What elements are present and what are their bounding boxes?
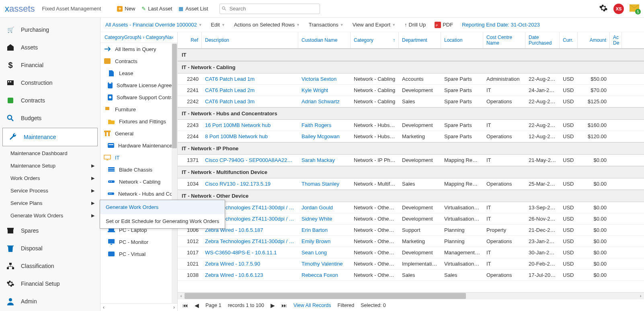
tree-item[interactable]: PC - Virtual [100,248,177,260]
scroll-left-icon[interactable]: ‹ [178,293,185,299]
sub-generate-work-orders[interactable]: Generate Work Orders▶ [0,209,100,222]
transactions-dropdown[interactable]: Transactions▼ [309,22,344,28]
col-custodian[interactable]: Custodian Name [298,32,351,48]
cell-custodian[interactable]: Emily Brown [298,236,351,246]
sidebar-item-maintenance[interactable]: Maintenance [2,128,98,146]
table-row[interactable]: 224316 Port 100MB Network hubFaith Roger… [178,120,644,131]
group-row[interactable]: IT - Network - Cabling [178,61,644,74]
cell-desc[interactable]: CAT6 Patch Lead 3m [202,96,298,106]
group-row[interactable]: IT - Network - Hubs and Concentrators [178,107,644,120]
reporting-date-button[interactable]: Reporting End Date: 31-Oct-2023 [462,22,540,28]
col-currency[interactable]: Curr. [560,32,578,48]
cell-desc[interactable]: CAT6 Patch Lead 1m [202,74,298,84]
col-amount[interactable]: Amount [578,32,610,48]
cell-custodian[interactable]: Rebecca Foxon [298,270,351,280]
cell-desc[interactable]: Zebra Technologies ZT411-300dpi / intern… [202,236,298,246]
pager-next[interactable]: ▶ [271,302,275,309]
tree-item[interactable]: PC - Monitor [100,236,177,248]
tree-scroll-left[interactable]: ‹ [103,305,105,310]
sidebar-item-assets[interactable]: Assets [0,39,100,56]
view-all-records[interactable]: View All Records [293,303,331,308]
cell-desc[interactable]: 8 Port 100MB Network hub [202,131,298,141]
new-button[interactable]: +New [117,6,135,12]
tree-item[interactable]: IT [100,151,177,164]
cell-desc[interactable]: Cisco RV130 - 192.173.5.19 [202,179,298,189]
table-row[interactable]: 1012Zebra Technologies ZT411-300dpi / in… [178,236,644,247]
tree-item[interactable]: Network - Hubs and Concentrators [100,188,177,200]
drill-up-button[interactable]: ↑Drill Up [404,22,426,28]
sidebar-item-financial[interactable]: $Financial [0,56,100,74]
col-ref[interactable]: Ref [178,32,202,48]
view-export-dropdown[interactable]: View and Export▼ [353,22,396,28]
sidebar-item-spares[interactable]: Spares [0,222,100,239]
sub-service-process[interactable]: Service Process▶ [0,184,100,197]
cell-desc[interactable]: Zebra Wired - 10.6.6.123 [202,270,298,280]
logo[interactable]: xassets [5,4,35,14]
sub-maintenance-dashboard[interactable]: Maintenance Dashboard [0,147,100,160]
tree-item[interactable]: Blade Chassis [100,164,177,176]
tree-item[interactable]: All Items in Query [100,43,177,55]
asset-list-button[interactable]: ▦Asset List [178,6,208,12]
cell-custodian[interactable]: Sidney White [298,214,351,224]
table-row[interactable]: 1021Zebra Wired - 10.7.5.90Timothy Valen… [178,258,644,270]
table-row[interactable]: 1017WS-C3650-48PS-E - 10.6.11.1Sean Long… [178,247,644,258]
tree-item[interactable]: Furniture [100,103,177,115]
sidebar-item-construction[interactable]: Construction [0,74,100,92]
table-row[interactable]: 1034Cisco RV130 - 192.173.5.19Thomas Sta… [178,178,644,190]
sidebar-item-disposal[interactable]: Disposal [0,239,100,257]
tree-scroll-right[interactable]: › [173,305,175,310]
actions-dropdown[interactable]: Actions on Selected Rows▼ [234,22,300,28]
scrollbar-thumb[interactable] [185,293,466,299]
tree-item[interactable]: Lease [100,67,177,79]
cell-desc[interactable]: CAT6 Patch Lead 2m [202,85,298,95]
group-row[interactable]: IT - Network - IP Phone [178,142,644,155]
col-date-purchased[interactable]: Date Purchased [525,32,560,48]
col-department[interactable]: Department [399,32,441,48]
table-row[interactable]: Zebra Technologies ZT411-300dpi / intern… [178,213,644,225]
table-row[interactable]: 1006Zebra Wired - 10.6.5.187Erin BartonN… [178,225,644,236]
scroll-right-icon[interactable]: › [637,293,644,299]
col-ac[interactable]: Ac De [610,32,622,48]
table-row[interactable]: 1038Zebra Wired - 10.6.6.123Rebecca Foxo… [178,270,644,281]
table-row[interactable]: Zebra Technologies ZT411-300dpi / intern… [178,202,644,213]
sidebar-item-classification[interactable]: Classification [0,257,100,275]
cell-custodian[interactable]: Timothy Valentine [298,259,351,269]
sub-work-orders[interactable]: Work Orders▶ [0,172,100,184]
sidebar-item-financial-setup[interactable]: Financial Setup [0,275,100,293]
tree-breadcrumb[interactable]: CategoryGroupName › CategoryName ‹ [100,32,177,43]
table-row[interactable]: 2240CAT6 Patch Lead 1mVictoria SextonNet… [178,74,644,85]
flyout-set-schedule[interactable]: Set or Edit Schedule for Generating Work… [100,214,225,228]
grid-h-scrollbar[interactable]: ‹ › [178,292,644,299]
tree-item[interactable]: General [100,127,177,139]
cell-custodian[interactable]: Victoria Sexton [298,74,351,84]
col-category[interactable]: Category↑ [351,32,399,48]
tree-item[interactable]: Contracts [100,55,177,67]
avatar[interactable]: XS [613,4,624,14]
cell-custodian[interactable]: Sarah Mackay [298,155,351,165]
search-input[interactable] [219,4,320,14]
col-cost-centre[interactable]: Cost Centre Name [483,32,525,48]
cell-custodian[interactable]: Sean Long [298,248,351,258]
cell-desc[interactable]: WS-C3650-48PS-E - 10.6.11.1 [202,248,298,258]
scrollbar-thumb[interactable] [172,44,177,148]
sub-maintenance-setup[interactable]: Maintenance Setup▶ [0,160,100,172]
cell-custodian[interactable]: Adrian Schwartz [298,96,351,106]
cell-custodian[interactable]: Bailey Mcgowan [298,131,351,141]
group-row[interactable]: IT - Network - Other Device [178,190,644,202]
pager-prev[interactable]: ◀ [195,302,199,309]
mail-button[interactable]: 5 [630,4,639,13]
gear-icon[interactable] [599,4,608,14]
cell-desc[interactable]: Zebra Wired - 10.7.5.90 [202,259,298,269]
sidebar-item-budgets[interactable]: Budgets [0,109,100,127]
cell-custodian[interactable]: Jordan Gould [298,203,351,213]
cell-custodian[interactable]: Erin Barton [298,225,351,235]
edit-dropdown[interactable]: Edit▼ [211,22,225,28]
tree-item[interactable]: Software License Agreement [100,79,177,91]
group-row[interactable]: IT [178,49,644,61]
sidebar-item-admin[interactable]: Admin [0,293,100,310]
chevron-left-icon[interactable]: ‹ [172,35,173,40]
table-row[interactable]: 22448 Port 100MB Network hubBailey Mcgow… [178,131,644,142]
pager-first[interactable]: ⏮ [183,302,188,309]
pager-last[interactable]: ⏭ [281,302,287,309]
sidebar-item-purchasing[interactable]: 🛒Purchasing [0,21,100,39]
